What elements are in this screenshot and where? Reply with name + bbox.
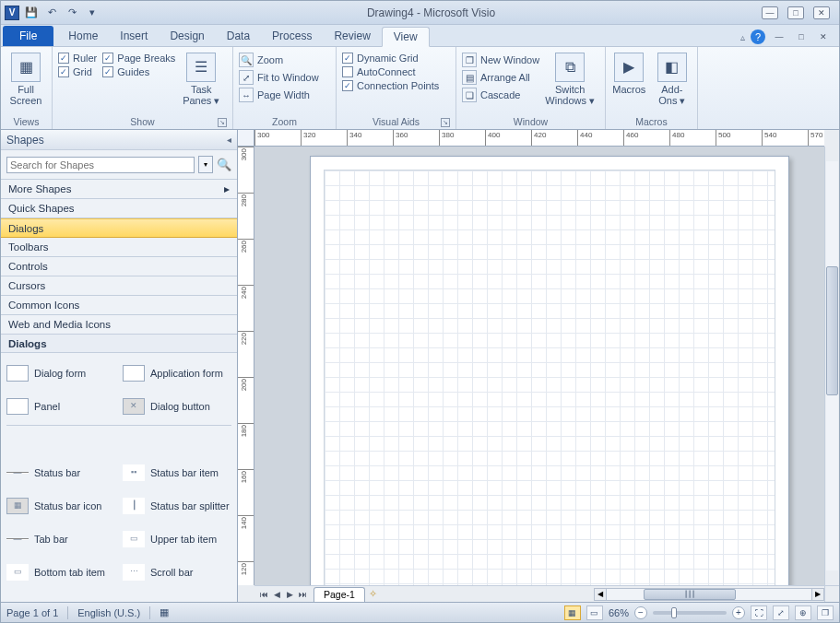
add-ons-button[interactable]: ◧ Add-Ons ▾	[653, 51, 692, 106]
mdi-close-button[interactable]: ✕	[815, 30, 832, 43]
ruler-checkbox[interactable]: ✓Ruler	[58, 53, 97, 64]
shape-dialog-button[interactable]: ✕Dialog button	[119, 390, 235, 423]
save-icon[interactable]: 💾	[23, 5, 40, 21]
page-indicator[interactable]: Page 1 of 1	[6, 607, 58, 618]
h-scroll-thumb[interactable]: ┃┃┃	[644, 589, 736, 600]
macros-button[interactable]: ▶ Macros	[611, 51, 647, 95]
switch-windows-status-button[interactable]: ❐	[817, 605, 834, 620]
next-page-button[interactable]: ▶	[284, 588, 295, 600]
h-scroll-left-icon[interactable]: ◀	[594, 588, 607, 601]
autoconnect-checkbox[interactable]: AutoConnect	[342, 66, 439, 77]
full-screen-status-button[interactable]: ⤢	[773, 605, 789, 620]
maximize-button[interactable]: □	[787, 6, 804, 19]
search-icon[interactable]: 🔍	[217, 158, 231, 171]
arrange-all-button[interactable]: ▤Arrange All	[462, 70, 539, 85]
visual-aids-launcher-icon[interactable]: ↘	[441, 118, 450, 127]
pan-zoom-button[interactable]: ⊕	[795, 605, 811, 620]
shape-dialog-form[interactable]: Dialog form	[3, 357, 119, 390]
switch-windows-button[interactable]: ⧉ Switch Windows ▾	[545, 51, 595, 106]
shape-status-bar-item[interactable]: ▪▪Status bar item	[119, 456, 235, 489]
page-tab-1[interactable]: Page-1	[314, 587, 365, 602]
zoom-out-button[interactable]: −	[634, 606, 647, 619]
tab-design[interactable]: Design	[159, 26, 215, 46]
show-launcher-icon[interactable]: ↘	[218, 118, 227, 127]
stencil-quick-shapes[interactable]: Quick Shapes	[1, 199, 237, 218]
last-page-button[interactable]: ⏭	[297, 588, 308, 600]
h-scroll-right-icon[interactable]: ▶	[811, 588, 824, 601]
stencil-controls[interactable]: Controls	[1, 257, 237, 276]
group-zoom-label: Zoom	[239, 115, 330, 129]
language-indicator[interactable]: English (U.S.)	[77, 607, 140, 618]
fit-to-window-button[interactable]: ⤢Fit to Window	[239, 70, 319, 85]
grid-checkbox[interactable]: ✓Grid	[58, 66, 97, 77]
page-breaks-checkbox[interactable]: ✓Page Breaks	[102, 53, 175, 64]
mdi-minimize-button[interactable]: —	[771, 30, 787, 43]
dynamic-grid-checkbox[interactable]: ✓Dynamic Grid	[342, 53, 439, 64]
drawing-page[interactable]	[310, 156, 789, 585]
minimize-ribbon-icon[interactable]: ▵	[740, 32, 745, 42]
shape-upper-tab-item[interactable]: ▭Upper tab item	[119, 523, 235, 556]
shapes-grid: Dialog form Application form Panel ✕Dial…	[1, 353, 237, 602]
view-normal-button[interactable]: ▦	[564, 605, 581, 620]
stencil-dialogs[interactable]: Dialogs	[1, 218, 237, 238]
first-page-button[interactable]: ⏮	[258, 588, 269, 600]
redo-icon[interactable]: ↷	[64, 5, 80, 21]
tab-insert[interactable]: Insert	[109, 26, 159, 46]
stencil-cursors[interactable]: Cursors	[1, 276, 237, 296]
mdi-restore-button[interactable]: □	[793, 30, 810, 43]
shape-status-bar[interactable]: —Status bar	[3, 456, 119, 489]
close-button[interactable]: ✕	[813, 6, 830, 19]
tab-home[interactable]: Home	[57, 26, 109, 46]
shapes-search-input[interactable]	[6, 157, 195, 173]
qat-dropdown-icon[interactable]: ▾	[84, 5, 101, 21]
cascade-button[interactable]: ❏Cascade	[462, 88, 539, 102]
stencil-web-media-icons[interactable]: Web and Media Icons	[1, 315, 237, 335]
new-page-button[interactable]: ✧	[365, 588, 382, 600]
shape-application-form[interactable]: Application form	[119, 357, 235, 390]
vertical-scrollbar[interactable]	[824, 147, 839, 585]
shape-panel[interactable]: Panel	[3, 390, 119, 423]
full-screen-button[interactable]: ▦ Full Screen	[6, 51, 45, 106]
zoom-in-button[interactable]: +	[732, 606, 745, 619]
stencil-common-icons[interactable]: Common Icons	[1, 296, 237, 315]
zoom-slider-knob[interactable]	[671, 607, 677, 618]
macro-record-icon[interactable]: ▦	[160, 606, 169, 618]
prev-page-button[interactable]: ◀	[271, 588, 282, 600]
connection-points-checkbox[interactable]: ✓Connection Points	[342, 80, 439, 91]
zoom-slider[interactable]	[653, 611, 727, 615]
new-window-button[interactable]: ❐New Window	[462, 53, 539, 67]
minimize-button[interactable]: —	[762, 6, 778, 19]
shape-scroll-bar[interactable]: ⋯Scroll bar	[119, 556, 235, 589]
shape-status-bar-splitter[interactable]: ┃Status bar splitter	[119, 489, 235, 523]
help-icon[interactable]: ?	[751, 29, 765, 44]
collapse-pane-icon[interactable]: ◂	[227, 135, 231, 145]
tab-review[interactable]: Review	[323, 26, 381, 46]
tab-file[interactable]: File	[3, 26, 53, 46]
quick-access-toolbar: 💾 ↶ ↷ ▾	[23, 5, 101, 21]
drawing-viewport[interactable]	[254, 147, 824, 585]
undo-icon[interactable]: ↶	[43, 5, 60, 21]
app-icon[interactable]: V	[5, 6, 19, 20]
page-width-button[interactable]: ↔Page Width	[239, 88, 319, 102]
shape-status-bar-icon[interactable]: ▦Status bar icon	[3, 489, 119, 523]
shape-tab-bar[interactable]: —Tab bar	[3, 523, 119, 556]
vertical-ruler[interactable]: 300280260240220200180160140120	[238, 147, 254, 585]
search-dropdown-icon[interactable]: ▾	[198, 156, 213, 173]
stencil-toolbars[interactable]: Toolbars	[1, 238, 237, 257]
horizontal-ruler[interactable]: 3003203403603804004204404604805005405706…	[254, 130, 824, 147]
v-scroll-thumb[interactable]	[826, 266, 838, 395]
tab-process[interactable]: Process	[261, 26, 323, 46]
view-wide-button[interactable]: ▭	[586, 605, 603, 620]
zoom-button[interactable]: 🔍Zoom	[239, 53, 319, 67]
guides-checkbox[interactable]: ✓Guides	[102, 66, 175, 77]
tab-data[interactable]: Data	[216, 26, 261, 46]
more-shapes-item[interactable]: More Shapes ▸	[1, 180, 237, 199]
zoom-level[interactable]: 66%	[609, 607, 629, 618]
fit-page-button[interactable]: ⛶	[751, 605, 767, 620]
task-panes-button[interactable]: ☰ Task Panes ▾	[181, 51, 221, 106]
shape-bottom-tab-item[interactable]: ▭Bottom tab item	[3, 556, 119, 589]
main-area: Shapes ◂ ▾ 🔍 More Shapes ▸ Quick Shapes …	[1, 130, 839, 602]
tab-view[interactable]: View	[382, 27, 430, 47]
horizontal-scrollbar[interactable]: ◀ ┃┃┃ ▶	[594, 588, 824, 601]
shapes-pane: Shapes ◂ ▾ 🔍 More Shapes ▸ Quick Shapes …	[1, 130, 238, 602]
